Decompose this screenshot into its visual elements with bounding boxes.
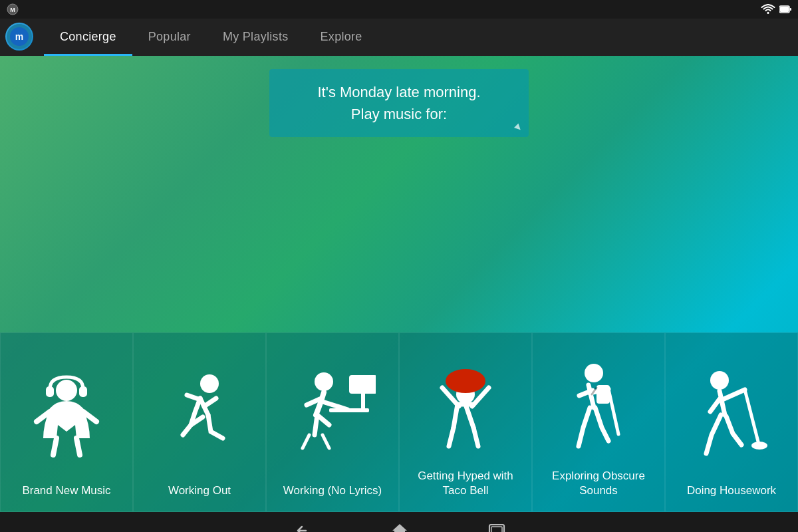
category-brand-new-music[interactable]: Brand New Music: [0, 332, 133, 512]
brand-new-music-icon: [1, 333, 132, 483]
working-out-label: Working Out: [162, 483, 237, 498]
svg-rect-4: [790, 8, 792, 11]
svg-rect-16: [349, 375, 376, 394]
nav-bar: m Concierge Popular My Playlists Explore: [0, 19, 798, 56]
prompt-box[interactable]: It's Monday late morning. Play music for…: [269, 69, 529, 137]
exploring-obscure-label: Exploring Obscure Sounds: [545, 469, 652, 498]
tab-my-playlists[interactable]: My Playlists: [207, 19, 305, 55]
working-no-lyrics-label: Working (No Lyrics): [277, 483, 388, 498]
working-out-icon: [134, 333, 265, 483]
category-working-out[interactable]: Working Out: [133, 332, 266, 512]
svg-point-9: [56, 380, 77, 401]
battery-icon: [779, 5, 791, 13]
working-no-lyrics-icon: [267, 333, 398, 483]
svg-rect-10: [46, 386, 54, 397]
wifi-icon: [761, 4, 775, 15]
doing-housework-icon: [666, 333, 797, 483]
svg-text:m: m: [15, 31, 23, 42]
exploring-obscure-icon: [533, 333, 664, 469]
status-icons: [761, 4, 791, 15]
main-content: It's Monday late morning. Play music for…: [0, 56, 798, 512]
bottom-nav: [0, 512, 798, 532]
cards-area: Brand New Music: [0, 332, 798, 512]
svg-point-18: [446, 369, 485, 393]
doing-housework-label: Doing Housework: [680, 483, 783, 498]
category-exploring-obscure[interactable]: Exploring Obscure Sounds: [532, 332, 665, 512]
svg-point-19: [585, 364, 603, 382]
home-button[interactable]: [391, 522, 408, 532]
status-bar: M: [0, 0, 798, 19]
svg-rect-24: [491, 527, 502, 532]
brand-new-music-label: Brand New Music: [15, 483, 117, 498]
nav-tabs: Concierge Popular My Playlists Explore: [44, 19, 378, 55]
svg-rect-5: [780, 7, 789, 12]
svg-text:M: M: [10, 7, 15, 13]
svg-point-13: [315, 372, 333, 391]
tab-concierge[interactable]: Concierge: [44, 19, 132, 55]
back-button[interactable]: [293, 523, 311, 532]
tab-explore[interactable]: Explore: [305, 19, 378, 55]
svg-point-22: [751, 442, 767, 450]
getting-hyped-icon: [400, 333, 531, 469]
tab-popular[interactable]: Popular: [132, 19, 207, 55]
getting-hyped-label: Getting Hyped with Taco Bell: [411, 469, 520, 498]
recent-button[interactable]: [488, 523, 505, 532]
category-doing-housework[interactable]: Doing Housework: [665, 332, 798, 512]
app-logo: m: [5, 23, 33, 51]
svg-point-12: [200, 374, 219, 393]
category-getting-hyped[interactable]: Getting Hyped with Taco Bell: [399, 332, 532, 512]
svg-rect-11: [79, 386, 87, 397]
app-status-icon: M: [7, 3, 19, 15]
category-working-no-lyrics[interactable]: Working (No Lyrics): [266, 332, 399, 512]
svg-point-2: [767, 12, 769, 14]
svg-point-21: [710, 371, 729, 390]
prompt-text: It's Monday late morning. Play music for…: [285, 81, 513, 125]
